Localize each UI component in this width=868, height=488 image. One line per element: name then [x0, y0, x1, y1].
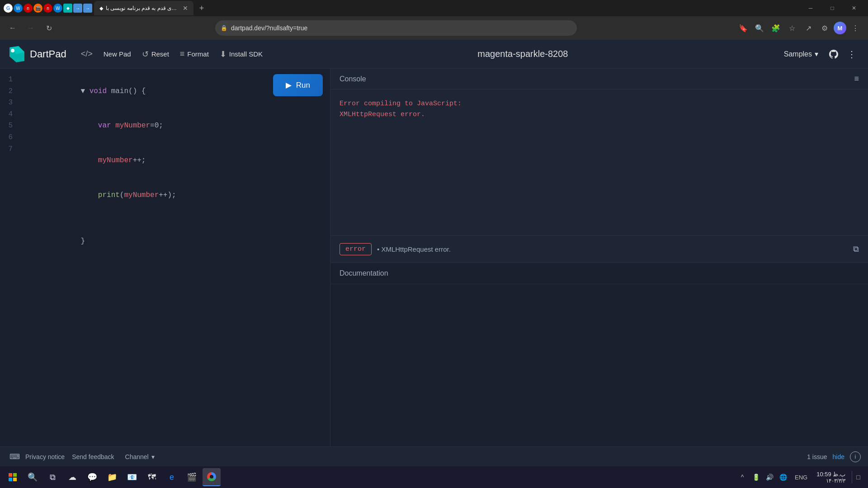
tray-battery-icon[interactable]: 🔋 [750, 471, 762, 483]
keyboard-shortcuts-button[interactable]: ⌨ [7, 450, 22, 464]
clock-date: ۱۴۰۳/۳/۳ [816, 478, 845, 484]
reset-icon: ↺ [142, 49, 149, 59]
windows-logo-icon [9, 473, 17, 481]
code-line-7 [20, 259, 330, 271]
reset-button[interactable]: ↺ Reset [137, 46, 175, 63]
console-panel: Console ≡ Error compiling to JavaScript:… [330, 69, 868, 263]
tab-bar: G W n 🎬 n W ◆ → → ◆ یادگیری قدم به قدم ب… [0, 0, 868, 16]
keyboard-language[interactable]: ENG [792, 474, 810, 481]
code-line-4: print(myNumber++); [20, 178, 330, 213]
issue-count: 1 issue [807, 453, 827, 460]
active-tab-label: یادگیری قدم به قدم برنامه نویسی با [106, 5, 178, 11]
tab-favicon-n2[interactable]: n [43, 4, 52, 13]
format-label: Format [187, 50, 209, 58]
vertical-dots-icon: ⋮ [847, 49, 856, 60]
close-button[interactable]: ✕ [844, 0, 864, 16]
new-pad-label: New Pad [104, 50, 131, 58]
taskbar-maps-button[interactable]: 🗺 [143, 468, 161, 486]
format-icon: ≡ [180, 49, 185, 59]
bookmark-icon[interactable]: 🔖 [736, 21, 750, 35]
settings-icon[interactable]: ⚙ [817, 21, 832, 35]
tab-favicon-dart[interactable]: ◆ [63, 4, 72, 13]
taskbar-vlc-button[interactable]: 🎬 [183, 468, 201, 486]
reload-button[interactable]: ↻ [42, 21, 56, 35]
url-text: dartpad.dev/?nullsafty=true [231, 24, 307, 32]
console-menu-icon[interactable]: ≡ [854, 74, 859, 84]
tab-favicon-ext1[interactable]: → [73, 4, 82, 13]
start-button[interactable] [4, 468, 22, 486]
url-bar[interactable]: 🔒 dartpad.dev/?nullsafty=true [215, 20, 577, 36]
console-title: Console [340, 75, 366, 83]
logo-area: DartPad [7, 45, 66, 63]
more-options-button[interactable]: ⋮ [843, 45, 861, 63]
docs-header: Documentation [330, 263, 868, 284]
dartpad-header: DartPad </> New Pad ↺ Reset ≡ Format ⬇ I… [0, 40, 868, 69]
search-icon[interactable]: 🔍 [752, 21, 767, 35]
clock-time: 10:59 ب.ظ [816, 471, 845, 478]
taskbar-clock[interactable]: 10:59 ب.ظ ۱۴۰۳/۳/۳ [813, 471, 849, 484]
chevron-down-icon: ▾ [815, 50, 818, 58]
taskbar-right: ^ 🔋 🔊 🌐 ENG 10:59 ب.ظ ۱۴۰۳/۳/۳ □ [736, 471, 864, 484]
bookmark-star-icon[interactable]: ☆ [785, 21, 799, 35]
tab-favicon-t[interactable]: 🎬 [33, 4, 42, 13]
profile-avatar[interactable]: M [834, 22, 846, 34]
code-toggle-button[interactable]: </> [75, 46, 98, 62]
samples-button[interactable]: Samples ▾ [778, 46, 825, 62]
maximize-button[interactable]: □ [822, 0, 843, 16]
footer-right: 1 issue hide i [807, 451, 861, 462]
active-tab[interactable]: ◆ یادگیری قدم به قدم برنامه نویسی با ✕ [94, 1, 193, 15]
taskbar-taskview-button[interactable]: ⧉ [43, 468, 61, 486]
new-pad-button[interactable]: New Pad [98, 47, 137, 61]
taskbar-search-button[interactable]: 🔍 [24, 468, 42, 486]
minimize-button[interactable]: ─ [800, 0, 821, 16]
show-desktop-button[interactable]: □ [852, 471, 864, 483]
tab-favicon-w2[interactable]: W [53, 4, 62, 13]
copy-button[interactable]: ⧉ [853, 244, 859, 254]
dart-logo-icon [7, 45, 25, 63]
code-line-5 [20, 213, 330, 225]
console-content: Error compiling to JavaScript: XMLHttpRe… [330, 89, 868, 235]
share-icon[interactable]: ↗ [801, 21, 816, 35]
taskbar-widgets-button[interactable]: ☁ [63, 468, 81, 486]
run-button[interactable]: ▶ Run [273, 74, 323, 96]
back-button[interactable]: ← [5, 21, 20, 35]
code-line-6: } [20, 225, 330, 259]
code-editor[interactable]: 1 2 3 4 5 6 7 ▼ void main() { var m [0, 69, 330, 399]
error-line-1: Error compiling to JavaScript: [340, 100, 462, 108]
add-tab-button[interactable]: + [195, 2, 208, 14]
tab-favicon-ext2[interactable]: → [83, 4, 92, 13]
play-icon: ▶ [286, 80, 292, 90]
format-button[interactable]: ≡ Format [175, 46, 214, 62]
app-footer: ⌨ Privacy notice Send feedback Channel ▾… [0, 446, 868, 466]
taskbar-edge-button[interactable]: e [163, 468, 181, 486]
code-area[interactable]: 1 2 3 4 5 6 7 ▼ void main() { var m [0, 69, 330, 399]
pad-name: magenta-sparkle-8208 [268, 49, 778, 59]
code-content[interactable]: ▼ void main() { var myNumber=0; myNumber… [20, 74, 330, 393]
tab-favicon-g[interactable]: G [4, 4, 13, 13]
forward-button[interactable]: → [24, 21, 38, 35]
privacy-notice-link[interactable]: Privacy notice [25, 453, 65, 460]
taskbar-chat-button[interactable]: 💬 [83, 468, 101, 486]
hide-button[interactable]: hide [833, 453, 844, 460]
error-badge-container: error • XMLHttpRequest error. ⧉ [330, 235, 868, 263]
channel-dropdown[interactable]: Channel ▾ [122, 451, 158, 462]
active-tab-close[interactable]: ✕ [183, 5, 188, 12]
extensions-icon[interactable]: 🧩 [769, 21, 783, 35]
tab-favicon-w[interactable]: W [14, 4, 23, 13]
console-header: Console ≡ [330, 69, 868, 89]
taskbar-mail-button[interactable]: 📧 [123, 468, 141, 486]
more-menu-button[interactable]: ⋮ [848, 21, 863, 35]
taskbar-chrome-button[interactable] [203, 468, 221, 486]
info-button[interactable]: i [850, 451, 861, 462]
code-line-2: var myNumber=0; [20, 109, 330, 144]
install-sdk-button[interactable]: ⬇ Install SDK [214, 46, 268, 63]
send-feedback-link[interactable]: Send feedback [72, 453, 114, 460]
tray-volume-icon[interactable]: 🔊 [763, 471, 776, 483]
tray-chevron-icon[interactable]: ^ [736, 471, 749, 483]
install-sdk-label: Install SDK [229, 50, 263, 58]
tab-favicon-n[interactable]: n [24, 4, 33, 13]
taskbar-explorer-button[interactable]: 📁 [103, 468, 121, 486]
github-button[interactable] [825, 45, 843, 63]
run-label: Run [296, 81, 310, 90]
tray-network-icon[interactable]: 🌐 [777, 471, 789, 483]
